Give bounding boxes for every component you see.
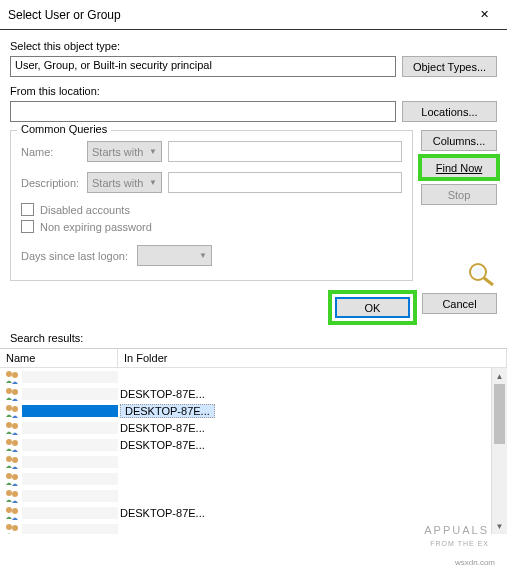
common-queries-legend: Common Queries [17, 123, 111, 135]
result-name: xxxxx [22, 524, 118, 535]
find-now-button[interactable]: Find Now [421, 157, 497, 178]
result-row[interactable]: xxxxx [0, 521, 507, 534]
result-folder: DESKTOP-87E... [118, 405, 507, 417]
window-title: Select User or Group [8, 8, 462, 22]
svg-point-16 [12, 474, 18, 480]
result-row[interactable]: xxxxxDESKTOP-87E... [0, 385, 507, 402]
non-expiring-label: Non expiring password [40, 221, 152, 233]
location-label: From this location: [10, 85, 497, 97]
user-group-icon [4, 420, 20, 436]
svg-point-18 [12, 491, 18, 497]
svg-point-7 [6, 405, 12, 411]
user-group-icon [4, 437, 20, 453]
non-expiring-checkbox[interactable] [21, 220, 34, 233]
result-name: xxxxx [22, 388, 118, 400]
name-label: Name: [21, 146, 81, 158]
days-since-logon-label: Days since last logon: [21, 250, 131, 262]
object-type-field[interactable]: User, Group, or Built-in security princi… [10, 56, 396, 77]
user-group-icon [4, 522, 20, 535]
result-row[interactable]: xxxxx [0, 368, 507, 385]
user-group-icon [4, 505, 20, 521]
user-group-icon [4, 471, 20, 487]
result-row[interactable]: xxxxx [0, 487, 507, 504]
scroll-track[interactable] [492, 384, 507, 518]
ok-button[interactable]: OK [335, 297, 410, 318]
column-folder-header[interactable]: In Folder [118, 349, 507, 367]
common-queries-group: Common Queries Name: Starts with▼ Descri… [10, 130, 413, 281]
result-name: xxxxx [22, 405, 118, 417]
result-row[interactable]: xxxxxDESKTOP-87E... [0, 402, 507, 419]
user-group-icon [4, 369, 20, 385]
name-input[interactable] [168, 141, 402, 162]
days-since-logon-combo[interactable]: ▼ [137, 245, 212, 266]
user-group-icon [4, 488, 20, 504]
close-icon: ✕ [480, 8, 489, 21]
result-row[interactable]: xxxxxDESKTOP-87E... [0, 419, 507, 436]
svg-point-12 [12, 440, 18, 446]
close-button[interactable]: ✕ [462, 0, 507, 30]
result-folder: DESKTOP-87E... [118, 422, 507, 434]
column-name-header[interactable]: Name [0, 349, 118, 367]
result-folder: DESKTOP-87E... [118, 507, 507, 519]
scroll-down-button[interactable]: ▼ [492, 518, 507, 534]
object-type-label: Select this object type: [10, 40, 497, 52]
result-row[interactable]: xxxxxDESKTOP-87E... [0, 504, 507, 521]
chevron-down-icon: ▼ [149, 147, 157, 156]
svg-point-8 [12, 406, 18, 412]
svg-point-13 [6, 456, 12, 462]
svg-point-2 [473, 267, 483, 277]
svg-point-10 [12, 423, 18, 429]
columns-button[interactable]: Columns... [421, 130, 497, 151]
results-list: Name In Folder xxxxxxxxxxDESKTOP-87E...x… [0, 348, 507, 534]
svg-point-15 [6, 473, 12, 479]
disabled-accounts-checkbox[interactable] [21, 203, 34, 216]
object-types-button[interactable]: Object Types... [402, 56, 497, 77]
user-group-icon [4, 454, 20, 470]
svg-point-21 [6, 524, 12, 530]
svg-point-19 [6, 507, 12, 513]
result-name: xxxxx [22, 439, 118, 451]
svg-point-9 [6, 422, 12, 428]
description-label: Description: [21, 177, 81, 189]
svg-point-20 [12, 508, 18, 514]
result-name: xxxxx [22, 507, 118, 519]
search-results-label: Search results: [0, 332, 507, 348]
site-watermark: wsxdn.com [455, 558, 495, 567]
description-mode-combo[interactable]: Starts with▼ [87, 172, 162, 193]
svg-point-11 [6, 439, 12, 445]
chevron-down-icon: ▼ [199, 251, 207, 260]
scroll-thumb[interactable] [494, 384, 505, 444]
stop-button: Stop [421, 184, 497, 205]
scrollbar[interactable]: ▲ ▼ [491, 368, 507, 534]
cancel-button[interactable]: Cancel [422, 293, 497, 314]
results-header: Name In Folder [0, 349, 507, 368]
result-name: xxxxx [22, 422, 118, 434]
name-mode-combo[interactable]: Starts with▼ [87, 141, 162, 162]
titlebar: Select User or Group ✕ [0, 0, 507, 30]
svg-point-3 [6, 371, 12, 377]
result-folder: DESKTOP-87E... [118, 439, 507, 451]
result-name: xxxxx [22, 456, 118, 468]
ok-button-highlight: OK [331, 293, 414, 322]
result-name: xxxxx [22, 371, 118, 383]
result-row[interactable]: xxxxxDESKTOP-87E... [0, 436, 507, 453]
search-icon [467, 241, 497, 287]
scroll-up-button[interactable]: ▲ [492, 368, 507, 384]
svg-point-22 [12, 525, 18, 531]
result-name: xxxxx [22, 473, 118, 485]
disabled-accounts-label: Disabled accounts [40, 204, 130, 216]
result-row[interactable]: xxxxx [0, 470, 507, 487]
result-name: xxxxx [22, 490, 118, 502]
location-field[interactable] [10, 101, 396, 122]
locations-button[interactable]: Locations... [402, 101, 497, 122]
user-group-icon [4, 403, 20, 419]
svg-line-1 [484, 278, 493, 285]
chevron-down-icon: ▼ [149, 178, 157, 187]
svg-point-14 [12, 457, 18, 463]
description-input[interactable] [168, 172, 402, 193]
result-row[interactable]: xxxxx [0, 453, 507, 470]
result-folder: DESKTOP-87E... [118, 388, 507, 400]
svg-point-6 [12, 389, 18, 395]
svg-point-17 [6, 490, 12, 496]
user-group-icon [4, 386, 20, 402]
